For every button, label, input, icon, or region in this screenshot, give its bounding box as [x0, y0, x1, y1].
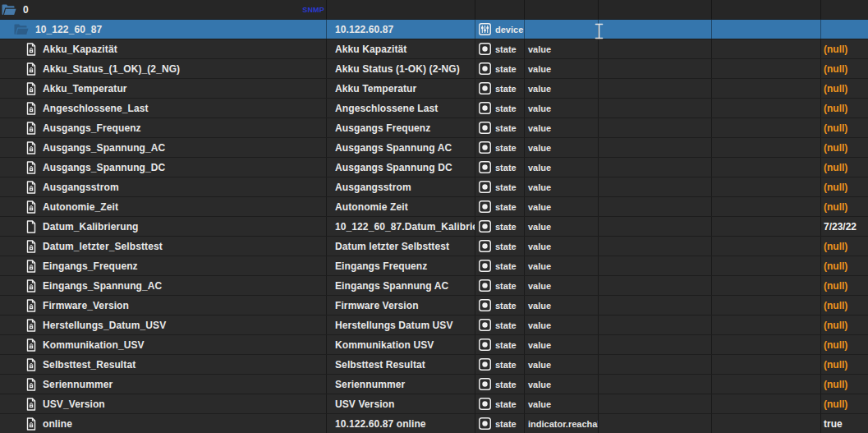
room-cell: [599, 316, 712, 334]
tree-row[interactable]: Selbsttest_Resultat Selbsttest Resultat …: [0, 355, 868, 375]
value-cell[interactable]: (null): [821, 237, 868, 256]
value-cell[interactable]: (null): [821, 158, 868, 177]
value-cell[interactable]: [821, 20, 868, 39]
id-cell[interactable]: Angeschlossene_Last: [0, 99, 327, 117]
id-cell[interactable]: Datum_Kalibrierung: [0, 217, 327, 236]
name-cell[interactable]: Datum letzter Selbsttest: [327, 237, 475, 256]
name-cell[interactable]: Ausgangs Spannung DC: [327, 158, 475, 177]
tree-row[interactable]: Kommunikation_USV Kommunikation USV stat…: [0, 335, 868, 355]
value-cell[interactable]: (null): [821, 118, 868, 137]
tree-row[interactable]: Seriennummer Seriennummer state value (n…: [0, 375, 868, 394]
name-cell[interactable]: Akku Kapazität: [327, 39, 475, 58]
object-id: Ausgangsstrom: [43, 182, 119, 193]
name-cell[interactable]: USV Version: [327, 394, 475, 413]
id-cell[interactable]: Eingangs_Spannung_AC: [0, 276, 327, 295]
name-cell[interactable]: [327, 0, 475, 19]
id-cell[interactable]: Herstellungs_Datum_USV: [0, 316, 327, 334]
tree-indent: [0, 265, 26, 266]
name-cell[interactable]: 10_122_60_87.Datum_Kalibrierung: [327, 217, 475, 236]
tree-row[interactable]: USV_Version USV Version state value (nul…: [0, 394, 868, 414]
name-cell[interactable]: Herstellungs Datum USV: [327, 316, 475, 334]
id-cell[interactable]: USV_Version: [0, 394, 327, 413]
name-cell[interactable]: Seriennummer: [327, 375, 475, 394]
name-cell[interactable]: Ausgangsstrom: [327, 177, 475, 196]
value-cell[interactable]: (null): [821, 99, 868, 117]
id-cell[interactable]: Akku_Status_(1_OK)_(2_NG): [0, 59, 327, 78]
tree-row[interactable]: Autonomie_Zeit Autonomie Zeit state valu…: [0, 197, 868, 217]
id-cell[interactable]: Firmware_Version: [0, 296, 327, 315]
value-cell[interactable]: (null): [821, 394, 868, 413]
value-cell[interactable]: (null): [821, 256, 868, 275]
tree-row[interactable]: Akku_Temperatur Akku Temperatur state va…: [0, 79, 868, 99]
value-cell[interactable]: true: [821, 414, 868, 433]
value-cell[interactable]: (null): [821, 79, 868, 98]
value-cell[interactable]: (null): [821, 335, 868, 354]
tree-row[interactable]: Ausgangs_Spannung_DC Ausgangs Spannung D…: [0, 158, 868, 177]
name-cell[interactable]: 10.122.60.87 online: [327, 414, 475, 433]
name-cell[interactable]: Angeschlossene Last: [327, 99, 475, 117]
value-cell[interactable]: (null): [821, 296, 868, 315]
object-name: Ausgangsstrom: [335, 182, 411, 193]
id-cell[interactable]: Ausgangs_Frequenz: [0, 118, 327, 137]
id-cell[interactable]: 10_122_60_87: [0, 20, 327, 39]
name-cell[interactable]: Firmware Version: [327, 296, 475, 315]
tree-indent: [0, 364, 26, 365]
name-cell[interactable]: Akku Temperatur: [327, 79, 475, 98]
value-cell[interactable]: (null): [821, 59, 868, 78]
tree-indent: [0, 108, 26, 108]
id-cell[interactable]: Akku_Kapazität: [0, 39, 327, 58]
value-cell[interactable]: (null): [821, 197, 868, 216]
value-cell[interactable]: 7/23/22: [821, 217, 868, 236]
id-cell[interactable]: Ausgangs_Spannung_DC: [0, 158, 327, 177]
name-cell[interactable]: 10.122.60.87: [327, 20, 475, 39]
value-cell[interactable]: (null): [821, 355, 868, 374]
id-cell[interactable]: Seriennummer: [0, 375, 327, 394]
object-tree: 0 SNMP 10_122_60_87 10.122.60.87: [0, 0, 868, 433]
name-cell[interactable]: Ausgangs Spannung AC: [327, 138, 475, 157]
tree-row[interactable]: Datum_Kalibrierung 10_122_60_87.Datum_Ka…: [0, 217, 868, 237]
tree-indent: [0, 187, 26, 187]
tree-row[interactable]: online 10.122.60.87 online state indicat…: [0, 414, 868, 433]
room-cell: [599, 355, 712, 374]
tree-row[interactable]: Datum_letzter_Selbsttest Datum letzter S…: [0, 237, 868, 256]
object-value: (null): [824, 280, 847, 292]
value-cell[interactable]: (null): [821, 316, 868, 334]
value-cell[interactable]: (null): [821, 177, 868, 196]
tree-row[interactable]: 10_122_60_87 10.122.60.87 device: [0, 20, 868, 39]
tree-row[interactable]: Eingangs_Spannung_AC Eingangs Spannung A…: [0, 276, 868, 296]
object-type: state: [495, 143, 517, 153]
tree-row[interactable]: Eingangs_Frequenz Eingangs Frequenz stat…: [0, 256, 868, 276]
name-cell[interactable]: Ausgangs Frequenz: [327, 118, 475, 137]
tree-row[interactable]: Akku_Status_(1_OK)_(2_NG) Akku Status (1…: [0, 59, 868, 79]
tree-row[interactable]: Angeschlossene_Last Angeschlossene Last …: [0, 99, 868, 118]
id-cell[interactable]: Selbsttest_Resultat: [0, 355, 327, 374]
id-cell[interactable]: Ausgangs_Spannung_AC: [0, 138, 327, 157]
id-cell[interactable]: Kommunikation_USV: [0, 335, 327, 354]
tree-row[interactable]: Ausgangs_Spannung_AC Ausgangs Spannung A…: [0, 138, 868, 158]
name-cell[interactable]: Selbsttest Resultat: [327, 355, 475, 374]
id-cell[interactable]: 0 SNMP: [0, 0, 327, 19]
value-cell[interactable]: (null): [821, 375, 868, 394]
value-cell[interactable]: (null): [821, 39, 868, 58]
object-role: value: [528, 399, 551, 409]
name-cell[interactable]: Kommunikation USV: [327, 335, 475, 354]
name-cell[interactable]: Akku Status (1-OK) (2-NG): [327, 59, 475, 78]
tree-row[interactable]: Ausgangs_Frequenz Ausgangs Frequenz stat…: [0, 118, 868, 138]
id-cell[interactable]: Ausgangsstrom: [0, 177, 327, 196]
id-cell[interactable]: Datum_letzter_Selbsttest: [0, 237, 327, 256]
id-cell[interactable]: Eingangs_Frequenz: [0, 256, 327, 275]
tree-row[interactable]: 0 SNMP: [0, 0, 868, 20]
tree-row[interactable]: Ausgangsstrom Ausgangsstrom state value …: [0, 177, 868, 197]
value-cell[interactable]: (null): [821, 138, 868, 157]
value-cell[interactable]: (null): [821, 276, 868, 295]
name-cell[interactable]: Eingangs Frequenz: [327, 256, 475, 275]
tree-row[interactable]: Akku_Kapazität Akku Kapazität state valu…: [0, 39, 868, 59]
name-cell[interactable]: Eingangs Spannung AC: [327, 276, 475, 295]
id-cell[interactable]: Akku_Temperatur: [0, 79, 327, 98]
tree-row[interactable]: Firmware_Version Firmware Version state …: [0, 296, 868, 316]
tree-row[interactable]: Herstellungs_Datum_USV Herstellungs Datu…: [0, 316, 868, 335]
value-cell[interactable]: [821, 0, 868, 19]
name-cell[interactable]: Autonomie Zeit: [327, 197, 475, 216]
id-cell[interactable]: Autonomie_Zeit: [0, 197, 327, 216]
id-cell[interactable]: online: [0, 414, 327, 433]
